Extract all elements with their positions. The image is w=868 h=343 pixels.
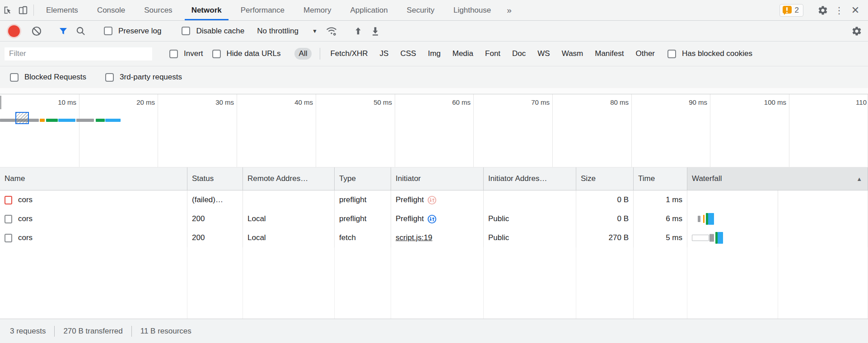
request-row-type[interactable]: preflight (335, 190, 391, 209)
divider (54, 326, 55, 337)
initiator-link[interactable]: script.js:19 (396, 233, 432, 242)
request-type-icon (5, 196, 12, 204)
preserve-log-checkbox[interactable] (104, 27, 112, 35)
request-row-time[interactable]: 5 ms (634, 228, 687, 247)
request-row-remote-address[interactable]: Local (243, 209, 335, 228)
filter-type-wasm[interactable]: Wasm (562, 49, 583, 58)
tab-elements[interactable]: Elements (37, 0, 88, 20)
summary-status-bar: 3 requests 270 B transferred 11 B resour… (0, 319, 868, 343)
hide-data-urls-checkbox[interactable] (212, 50, 221, 58)
filter-type-js[interactable]: JS (380, 49, 389, 58)
request-row-size[interactable]: 270 B (576, 228, 634, 247)
column-header-waterfall[interactable]: Waterfall ▲ (687, 167, 868, 190)
disable-cache-checkbox[interactable] (182, 27, 190, 35)
main-tab-bar: Elements Console Sources Network Perform… (0, 0, 868, 21)
filter-type-doc[interactable]: Doc (512, 49, 526, 58)
request-row-initiator-address[interactable]: Public (484, 209, 576, 228)
filter-type-other[interactable]: Other (636, 49, 655, 58)
column-header-initiator[interactable]: Initiator (391, 167, 484, 190)
filter-bar: Invert Hide data URLs All Fetch/XHR JS C… (0, 42, 868, 66)
divider (320, 48, 320, 60)
request-row-initiator[interactable]: Preflight (391, 209, 484, 228)
request-row-time[interactable]: 1 ms (634, 190, 687, 209)
column-header-size[interactable]: Size (576, 167, 634, 190)
record-button[interactable] (8, 25, 20, 37)
tab-network[interactable]: Network (182, 0, 231, 20)
tick-label: 100 ms (764, 98, 789, 106)
request-row-time[interactable]: 6 ms (634, 209, 687, 228)
filter-type-media[interactable]: Media (453, 49, 473, 58)
tab-security[interactable]: Security (397, 0, 444, 20)
column-header-initiator-address[interactable]: Initiator Addres… (484, 167, 576, 190)
column-header-remote-address[interactable]: Remote Addres… (243, 167, 335, 190)
request-row-initiator[interactable]: script.js:19 (391, 228, 484, 247)
throttling-value: No throttling (257, 27, 299, 36)
column-header-status[interactable]: Status (187, 167, 243, 190)
tab-console[interactable]: Console (88, 0, 135, 20)
preflight-icon[interactable] (427, 214, 437, 224)
third-party-checkbox[interactable] (105, 73, 114, 82)
filter-type-manifest[interactable]: Manifest (595, 49, 624, 58)
column-header-type[interactable]: Type (335, 167, 391, 190)
column-header-time[interactable]: Time (634, 167, 687, 190)
throttling-select[interactable]: No throttling ▼ (252, 27, 321, 36)
request-row-initiator[interactable]: Preflight (391, 190, 484, 209)
request-row-status[interactable]: (failed)… (187, 190, 243, 209)
network-conditions-icon[interactable] (325, 24, 338, 38)
request-row-status[interactable]: 200 (187, 228, 243, 247)
request-row-remote-address[interactable]: Local (243, 228, 335, 247)
sort-arrow-icon: ▲ (856, 176, 862, 182)
filter-type-img[interactable]: Img (428, 49, 440, 58)
network-settings-gear-icon[interactable] (850, 24, 863, 38)
request-row-size[interactable]: 0 B (576, 209, 634, 228)
filter-type-ws[interactable]: WS (537, 49, 550, 58)
has-blocked-cookies-checkbox[interactable] (667, 50, 676, 58)
issues-badge[interactable]: 2 (779, 4, 803, 17)
request-row-initiator-address[interactable]: Public (484, 228, 576, 247)
hide-data-urls-group: Hide data URLs (208, 49, 285, 58)
request-row-waterfall[interactable] (687, 190, 868, 209)
overview-selection-window[interactable] (15, 112, 29, 124)
tab-lighthouse[interactable]: Lighthouse (444, 0, 500, 20)
invert-checkbox[interactable] (169, 50, 178, 58)
tab-performance[interactable]: Performance (231, 0, 294, 20)
inspect-element-icon[interactable] (0, 0, 15, 20)
request-row-type[interactable]: preflight (335, 209, 391, 228)
request-row-name[interactable]: cors (0, 209, 187, 228)
network-toolbar: Preserve log Disable cache No throttling… (0, 21, 868, 42)
request-row-waterfall[interactable] (687, 209, 868, 228)
request-row-status[interactable]: 200 (187, 209, 243, 228)
request-row-remote-address[interactable] (243, 190, 335, 209)
request-row-name[interactable]: cors (0, 228, 187, 247)
issues-icon (783, 6, 792, 15)
request-row-type[interactable]: fetch (335, 228, 391, 247)
filter-funnel-icon[interactable] (56, 24, 70, 38)
settings-gear-icon[interactable] (815, 5, 831, 16)
close-icon[interactable]: ✕ (847, 5, 863, 16)
more-tabs-icon[interactable]: » (500, 0, 518, 20)
request-row-name[interactable]: cors (0, 190, 187, 209)
network-overview-timeline[interactable]: 10 ms 20 ms 30 ms 40 ms 50 ms 60 ms 70 m… (0, 94, 868, 167)
request-type-icon (5, 234, 12, 242)
filter-type-font[interactable]: Font (485, 49, 500, 58)
request-row-size[interactable]: 0 B (576, 190, 634, 209)
devtools-window: Elements Console Sources Network Perform… (0, 0, 868, 343)
filter-type-all[interactable]: All (294, 48, 312, 60)
menu-dots-icon[interactable]: ⋮ (831, 5, 847, 16)
column-header-name[interactable]: Name (0, 167, 187, 190)
filter-type-fetch-xhr[interactable]: Fetch/XHR (330, 49, 368, 58)
tab-application[interactable]: Application (341, 0, 397, 20)
device-toolbar-icon[interactable] (15, 0, 31, 20)
search-icon[interactable] (74, 24, 87, 38)
tab-memory[interactable]: Memory (294, 0, 341, 20)
filter-input[interactable] (5, 47, 152, 60)
request-row-initiator-address[interactable] (484, 190, 576, 209)
invert-label: Invert (184, 49, 203, 58)
clear-icon[interactable] (30, 24, 43, 38)
request-row-waterfall[interactable] (687, 228, 868, 247)
export-har-icon[interactable] (369, 24, 382, 38)
import-har-icon[interactable] (351, 24, 365, 38)
tab-sources[interactable]: Sources (135, 0, 182, 20)
blocked-requests-checkbox[interactable] (10, 73, 19, 82)
filter-type-css[interactable]: CSS (400, 49, 416, 58)
